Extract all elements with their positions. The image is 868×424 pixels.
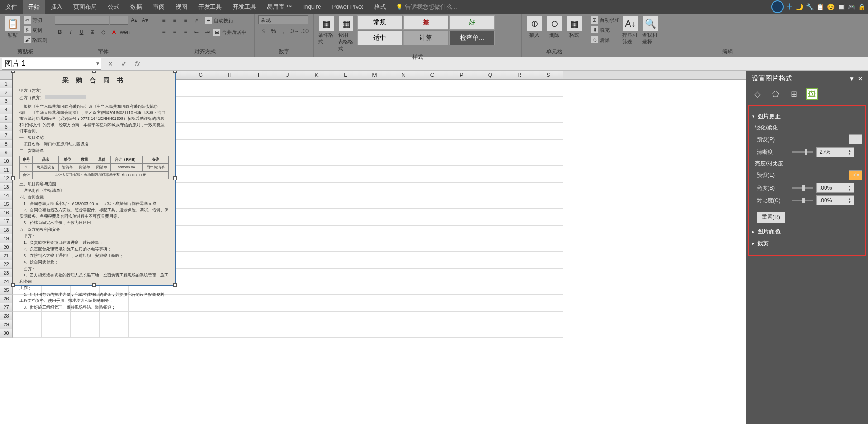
cell[interactable] bbox=[534, 131, 563, 140]
cell[interactable] bbox=[360, 295, 389, 303]
cell[interactable] bbox=[244, 226, 273, 234]
row-header[interactable]: 16 bbox=[0, 209, 13, 217]
cell[interactable] bbox=[71, 329, 100, 338]
cell[interactable] bbox=[186, 114, 215, 123]
cell[interactable] bbox=[505, 269, 534, 277]
cell[interactable] bbox=[418, 226, 447, 234]
resize-handle-bl[interactable] bbox=[11, 283, 15, 287]
cell[interactable] bbox=[244, 183, 273, 191]
cell[interactable] bbox=[273, 183, 302, 191]
row-header[interactable]: 22 bbox=[0, 260, 13, 269]
spin-down-icon[interactable]: ▼ bbox=[848, 200, 851, 204]
row-header[interactable]: 1 bbox=[0, 80, 13, 88]
cell[interactable] bbox=[273, 209, 302, 217]
cell[interactable] bbox=[215, 320, 244, 329]
cell[interactable] bbox=[418, 157, 447, 166]
cell[interactable] bbox=[534, 157, 563, 166]
style-check[interactable]: 检查单... bbox=[449, 31, 495, 45]
cell[interactable] bbox=[389, 303, 418, 312]
spin-up-icon[interactable]: ▲ bbox=[848, 149, 851, 152]
cell[interactable] bbox=[534, 269, 563, 277]
cell[interactable] bbox=[273, 312, 302, 320]
align-center-button[interactable]: ≡ bbox=[170, 27, 180, 37]
increase-font-button[interactable]: A▴ bbox=[129, 15, 139, 25]
cell[interactable] bbox=[476, 131, 505, 140]
cell[interactable] bbox=[418, 217, 447, 226]
cell[interactable] bbox=[302, 243, 331, 252]
format-cells-button[interactable]: ▦格式 bbox=[565, 15, 583, 39]
cell[interactable] bbox=[505, 200, 534, 209]
currency-button[interactable]: $ bbox=[258, 26, 268, 36]
column-header[interactable]: Q bbox=[476, 71, 505, 79]
row-header[interactable]: 13 bbox=[0, 183, 13, 191]
decrease-font-button[interactable]: A▾ bbox=[140, 15, 150, 25]
cell[interactable] bbox=[331, 217, 360, 226]
cell[interactable] bbox=[100, 320, 129, 329]
cell[interactable] bbox=[505, 123, 534, 131]
cell[interactable] bbox=[476, 252, 505, 260]
cell[interactable] bbox=[273, 329, 302, 338]
cell[interactable] bbox=[42, 329, 71, 338]
orientation-button[interactable]: ⇗ bbox=[191, 15, 201, 25]
cell[interactable] bbox=[273, 243, 302, 252]
cell[interactable] bbox=[302, 191, 331, 200]
cell[interactable] bbox=[302, 320, 331, 329]
cell[interactable] bbox=[418, 312, 447, 320]
cell[interactable] bbox=[447, 166, 476, 174]
cell[interactable] bbox=[331, 80, 360, 88]
cell[interactable] bbox=[476, 157, 505, 166]
cell[interactable] bbox=[273, 131, 302, 140]
cell[interactable] bbox=[389, 80, 418, 88]
cell[interactable] bbox=[302, 157, 331, 166]
cell[interactable] bbox=[273, 174, 302, 183]
cell[interactable] bbox=[244, 80, 273, 88]
cell[interactable] bbox=[534, 200, 563, 209]
cell[interactable] bbox=[418, 209, 447, 217]
cell[interactable] bbox=[476, 312, 505, 320]
cell[interactable] bbox=[389, 312, 418, 320]
cell[interactable] bbox=[331, 183, 360, 191]
cell[interactable] bbox=[389, 320, 418, 329]
cell[interactable] bbox=[389, 286, 418, 295]
cell[interactable] bbox=[447, 209, 476, 217]
cell[interactable] bbox=[302, 329, 331, 338]
cell[interactable] bbox=[360, 243, 389, 252]
cell[interactable] bbox=[215, 269, 244, 277]
cell[interactable] bbox=[273, 234, 302, 243]
cell[interactable] bbox=[215, 148, 244, 157]
cell[interactable] bbox=[389, 105, 418, 114]
align-top-button[interactable]: ≡ bbox=[159, 15, 169, 25]
cell[interactable] bbox=[215, 140, 244, 148]
table-format-button[interactable]: ▦套用 表格格式 bbox=[337, 15, 355, 53]
cell[interactable] bbox=[331, 148, 360, 157]
cell[interactable] bbox=[215, 303, 244, 312]
cell[interactable] bbox=[186, 312, 215, 320]
cell[interactable] bbox=[534, 217, 563, 226]
cell[interactable] bbox=[215, 226, 244, 234]
cell[interactable] bbox=[447, 157, 476, 166]
row-header[interactable]: 27 bbox=[0, 303, 13, 312]
pane-tab-effects[interactable]: ⬠ bbox=[770, 88, 782, 100]
cell[interactable] bbox=[389, 123, 418, 131]
section-crop[interactable]: ▸裁剪 bbox=[752, 239, 862, 248]
clear-button[interactable]: ◇清除 bbox=[591, 35, 620, 44]
sort-filter-button[interactable]: A↓排序和筛选 bbox=[621, 15, 639, 46]
cell[interactable] bbox=[418, 243, 447, 252]
cell[interactable] bbox=[534, 174, 563, 183]
cell[interactable] bbox=[244, 97, 273, 105]
cell[interactable] bbox=[273, 252, 302, 260]
style-normal[interactable]: 常规 bbox=[357, 15, 402, 30]
cell[interactable] bbox=[360, 123, 389, 131]
cell[interactable] bbox=[418, 295, 447, 303]
column-header[interactable]: N bbox=[389, 71, 418, 79]
cell[interactable] bbox=[418, 97, 447, 105]
cell[interactable] bbox=[505, 252, 534, 260]
cell[interactable] bbox=[389, 114, 418, 123]
cell[interactable] bbox=[186, 174, 215, 183]
cell[interactable] bbox=[360, 140, 389, 148]
cell[interactable] bbox=[273, 114, 302, 123]
cell[interactable] bbox=[186, 277, 215, 286]
cell[interactable] bbox=[186, 131, 215, 140]
cell[interactable] bbox=[534, 277, 563, 286]
cell[interactable] bbox=[215, 329, 244, 338]
